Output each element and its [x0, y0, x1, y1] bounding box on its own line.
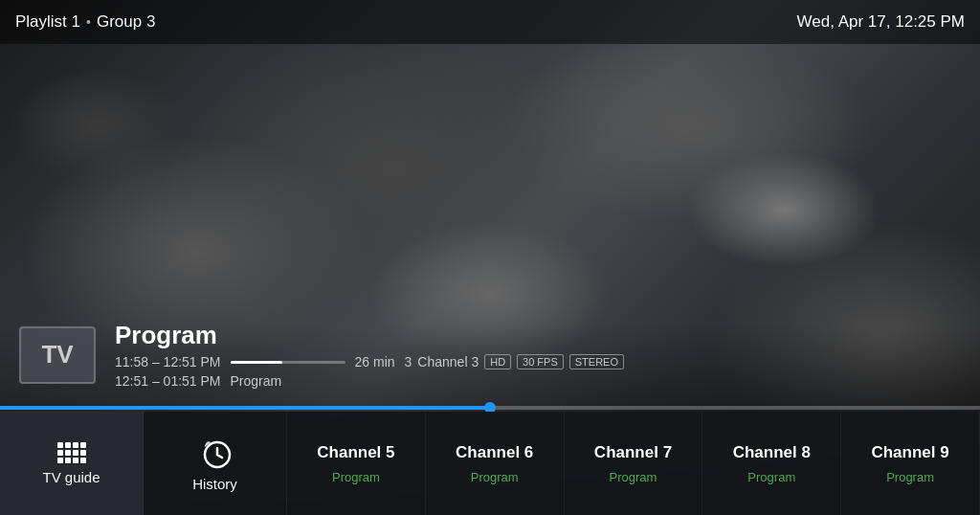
channel-6-name: Channel 6 [456, 443, 533, 462]
nav-history[interactable]: History [144, 412, 287, 515]
program-title: Program [115, 321, 961, 350]
program-duration: 26 min [355, 354, 395, 369]
program-info: TV Program 11:58 – 12:51 PM 26 min 3 Cha… [0, 321, 980, 400]
channel-item-8[interactable]: Channel 8Program [702, 412, 841, 515]
badge-fps: 30 FPS [517, 354, 564, 369]
channel-8-name: Channel 8 [733, 443, 811, 462]
channel-7-program: Program [610, 470, 657, 484]
channel-number: 3 [405, 354, 412, 369]
channel-info: 3 Channel 3 HD 30 FPS STEREO [405, 354, 624, 369]
channel-7-name: Channel 7 [594, 443, 672, 462]
progress-bar-fill [231, 361, 282, 364]
next-time: 12:51 – 01:51 PM [115, 373, 221, 389]
channel-8-program: Program [747, 470, 795, 484]
badge-audio: STEREO [569, 354, 624, 369]
top-bar: Playlist 1 • Group 3 Wed, Apr 17, 12:25 … [0, 0, 980, 44]
program-time-row: 11:58 – 12:51 PM 26 min 3 Channel 3 HD 3… [115, 354, 961, 369]
history-icon [198, 436, 233, 470]
seek-bar-track [0, 406, 980, 410]
channel-name: Channel 3 [417, 354, 479, 369]
tv-guide-icon [57, 442, 86, 463]
channel-9-name: Channel 9 [871, 443, 948, 462]
group-label: Group 3 [97, 12, 155, 32]
progress-bar [231, 361, 345, 364]
channel-item-9[interactable]: Channel 9Program [841, 412, 980, 515]
breadcrumb-separator: • [86, 14, 91, 30]
channel-6-program: Program [471, 470, 519, 484]
seek-bar-fill [0, 406, 490, 410]
program-current-time: 11:58 – 12:51 PM [115, 354, 221, 369]
history-label: History [192, 476, 237, 492]
playlist-label: Playlist 1 [15, 12, 80, 32]
channel-5-program: Program [332, 470, 380, 484]
bottom-nav: TV guide History Channel 5ProgramChannel… [0, 412, 980, 515]
channel-item-7[interactable]: Channel 7Program [565, 412, 703, 515]
channel-9-program: Program [886, 470, 934, 484]
channel-items: Channel 5ProgramChannel 6ProgramChannel … [287, 412, 980, 515]
badge-hd: HD [484, 354, 511, 369]
program-next-row: 12:51 – 01:51 PM Program [115, 373, 961, 389]
channel-5-name: Channel 5 [317, 443, 394, 462]
next-program: Program [231, 373, 282, 389]
breadcrumb: Playlist 1 • Group 3 [15, 12, 155, 32]
program-details: Program 11:58 – 12:51 PM 26 min 3 Channe… [115, 321, 961, 389]
tv-guide-label: TV guide [42, 469, 100, 485]
channel-item-6[interactable]: Channel 6Program [426, 412, 565, 515]
tv-logo: TV [19, 326, 96, 384]
datetime: Wed, Apr 17, 12:25 PM [797, 12, 965, 32]
channel-item-5[interactable]: Channel 5Program [287, 412, 426, 515]
nav-tv-guide[interactable]: TV guide [0, 412, 144, 515]
